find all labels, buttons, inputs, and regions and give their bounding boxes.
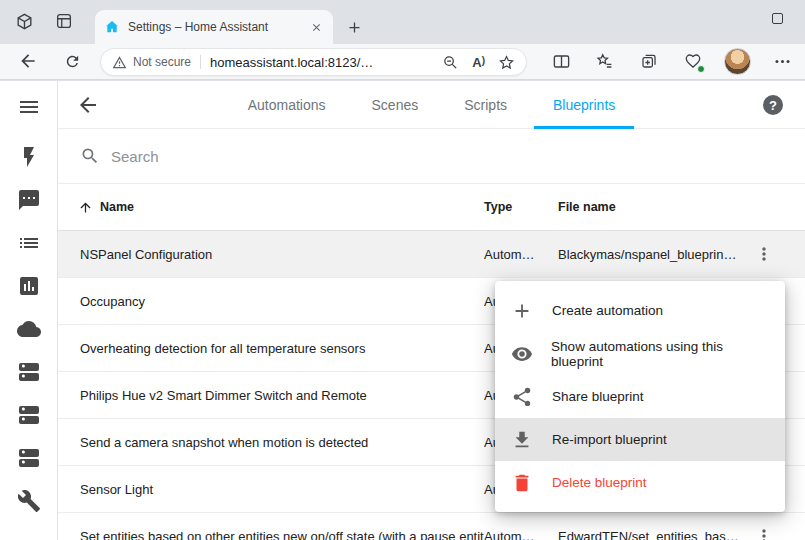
help-icon[interactable]: ? bbox=[763, 95, 783, 115]
ha-tab[interactable]: Blueprints bbox=[530, 81, 638, 129]
history-icon[interactable] bbox=[17, 274, 41, 298]
search-input[interactable] bbox=[111, 148, 783, 165]
browser-tab[interactable]: Settings – Home Assistant bbox=[95, 10, 333, 44]
share-icon bbox=[511, 386, 533, 408]
tools-icon[interactable] bbox=[17, 489, 41, 513]
trash-icon bbox=[511, 472, 533, 494]
column-header-file[interactable]: File name bbox=[558, 200, 748, 214]
ha-tab[interactable]: Scripts bbox=[441, 81, 530, 129]
ha-header: Automations Scenes Scripts Blueprints ? bbox=[58, 81, 805, 129]
address-divider bbox=[200, 55, 201, 69]
context-menu-item[interactable]: Show automations using this blueprint bbox=[495, 332, 785, 375]
row-name: Philips Hue v2 Smart Dimmer Switch and R… bbox=[58, 388, 484, 403]
energy-icon[interactable] bbox=[17, 145, 41, 169]
tab-actions-icon[interactable] bbox=[54, 11, 74, 31]
table-row[interactable]: Set entities based on other entities new… bbox=[58, 513, 805, 540]
row-overflow-menu-button[interactable] bbox=[748, 240, 776, 268]
row-file: EdwardTEN/set_entities_bas… bbox=[558, 529, 748, 540]
row-name: NSPanel Configuration bbox=[58, 247, 484, 262]
table-header: Name Type File name bbox=[58, 184, 805, 231]
address-url: homeassistant.local:8123/… bbox=[210, 55, 429, 70]
ha-tab[interactable]: Scenes bbox=[349, 81, 442, 129]
row-name: Send a camera snapshot when motion is de… bbox=[58, 435, 484, 450]
new-tab-button[interactable] bbox=[342, 15, 366, 39]
ha-tab[interactable]: Automations bbox=[225, 81, 349, 129]
context-menu-item-label: Create automation bbox=[552, 303, 663, 318]
context-menu-item[interactable]: Share blueprint bbox=[495, 375, 785, 418]
ha-tab-bar: Automations Scenes Scripts Blueprints bbox=[58, 81, 805, 129]
address-bar[interactable]: Not secure homeassistant.local:8123/… A) bbox=[100, 48, 527, 76]
tab-close-icon[interactable] bbox=[308, 19, 324, 35]
workspaces-icon[interactable] bbox=[14, 11, 34, 31]
add-favorite-star-icon[interactable] bbox=[498, 54, 515, 71]
download-icon bbox=[511, 429, 533, 451]
sort-arrow-up-icon bbox=[78, 200, 93, 215]
row-name: Sensor Light bbox=[58, 482, 484, 497]
browser-essentials-icon[interactable] bbox=[679, 47, 707, 75]
browser-titlebar: Settings – Home Assistant bbox=[0, 0, 805, 44]
search-icon bbox=[80, 146, 100, 166]
profile-avatar[interactable] bbox=[724, 48, 751, 75]
logbook-icon[interactable] bbox=[17, 231, 41, 255]
kebab-menu-icon bbox=[754, 526, 774, 540]
plus-icon bbox=[511, 300, 533, 322]
ha-sidebar bbox=[0, 81, 58, 540]
context-menu-item[interactable]: Create automation bbox=[495, 289, 785, 332]
maximize-icon bbox=[772, 13, 783, 24]
context-menu-item-label: Show automations using this blueprint bbox=[551, 339, 770, 369]
security-label: Not secure bbox=[133, 55, 191, 69]
server-icon[interactable] bbox=[17, 360, 41, 384]
row-name: Occupancy bbox=[58, 294, 484, 309]
context-menu-item[interactable]: Re-import blueprint bbox=[495, 418, 785, 461]
read-aloud-icon[interactable]: A) bbox=[472, 55, 485, 70]
essentials-status-dot bbox=[697, 65, 705, 73]
not-secure-warning-icon bbox=[112, 55, 127, 70]
column-header-type[interactable]: Type bbox=[484, 200, 558, 214]
column-header-name: Name bbox=[100, 200, 134, 214]
table-row[interactable]: NSPanel Configuration Autom… Blackymas/n… bbox=[58, 231, 805, 278]
context-menu-item-label: Share blueprint bbox=[552, 389, 644, 404]
home-assistant-app: Automations Scenes Scripts Blueprints ? … bbox=[0, 81, 805, 540]
row-name: Overheating detection for all temperatur… bbox=[58, 341, 484, 356]
back-button[interactable] bbox=[14, 47, 42, 75]
home-assistant-favicon bbox=[104, 19, 120, 35]
menu-icon[interactable] bbox=[17, 95, 41, 119]
kebab-menu-icon bbox=[754, 244, 774, 264]
server-icon[interactable] bbox=[17, 403, 41, 427]
browser-navbar: Not secure homeassistant.local:8123/… A) bbox=[0, 44, 805, 80]
row-overflow-menu-button[interactable] bbox=[748, 522, 776, 540]
blueprint-context-menu: Create automation Show automations using… bbox=[495, 281, 785, 512]
tab-title: Settings – Home Assistant bbox=[128, 20, 300, 34]
refresh-button[interactable] bbox=[58, 47, 86, 75]
context-menu-item[interactable]: Delete blueprint bbox=[495, 461, 785, 504]
window-controls bbox=[759, 0, 795, 36]
row-type: Autom… bbox=[484, 529, 558, 540]
server-icon[interactable] bbox=[17, 446, 41, 470]
split-screen-icon[interactable] bbox=[547, 47, 575, 75]
context-menu-item-label: Delete blueprint bbox=[552, 475, 647, 490]
settings-more-icon[interactable] bbox=[768, 47, 796, 75]
context-menu-item-label: Re-import blueprint bbox=[552, 432, 667, 447]
collections-icon[interactable] bbox=[635, 47, 663, 75]
row-file: Blackymas/nspanel_blueprin… bbox=[558, 247, 748, 262]
row-type: Autom… bbox=[484, 247, 558, 262]
favorites-icon[interactable] bbox=[591, 47, 619, 75]
search-row bbox=[58, 129, 805, 184]
sort-by-name-header[interactable]: Name bbox=[58, 200, 484, 215]
zoom-indicator-icon[interactable] bbox=[442, 54, 459, 71]
assist-icon[interactable] bbox=[17, 188, 41, 212]
eye-icon bbox=[511, 343, 533, 365]
maximize-button[interactable] bbox=[759, 2, 795, 34]
row-name: Set entities based on other entities new… bbox=[58, 529, 484, 540]
cloud-icon[interactable] bbox=[17, 317, 41, 341]
